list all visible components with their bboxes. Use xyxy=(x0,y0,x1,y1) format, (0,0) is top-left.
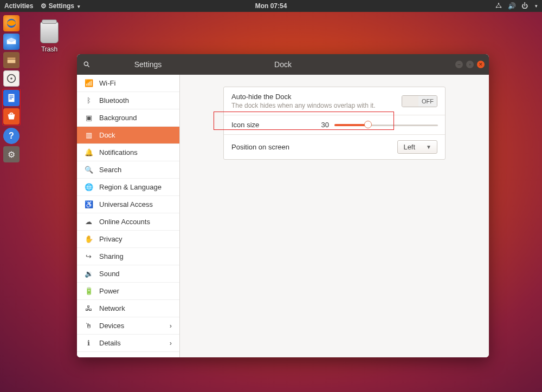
sidebar-item-privacy[interactable]: ✋Privacy xyxy=(77,231,179,248)
search-icon: 🔍 xyxy=(85,166,93,174)
sidebar-item-label: Dock xyxy=(99,131,115,139)
dock-settings-panel: Auto-hide the Dock The dock hides when a… xyxy=(223,87,446,160)
sidebar-item-background[interactable]: ▣Background xyxy=(77,109,179,127)
position-select[interactable]: Left ▼ xyxy=(397,140,437,154)
sidebar-item-sound[interactable]: 🔉Sound xyxy=(77,265,179,283)
wifi-icon: 📶 xyxy=(85,79,93,87)
caret-down-icon: ▾ xyxy=(78,4,80,9)
app-menu[interactable]: ⚙ Settings ▾ xyxy=(40,2,80,10)
sidebar-item-bluetooth[interactable]: ᛒBluetooth xyxy=(77,92,179,109)
globe-icon: 🌐 xyxy=(85,183,93,191)
sidebar-item-details[interactable]: ℹDetails› xyxy=(77,335,179,352)
title-center: Dock xyxy=(274,60,292,69)
sidebar-item-label: Devices xyxy=(99,322,124,330)
sidebar-item-universal-access[interactable]: ♿Universal Access xyxy=(77,196,179,213)
sidebar-item-label: Power xyxy=(99,287,119,295)
sidebar-item-devices[interactable]: 🖱Devices› xyxy=(77,317,179,335)
sidebar-item-region-language[interactable]: 🌐Region & Language xyxy=(77,179,179,196)
svg-line-13 xyxy=(88,66,89,67)
svg-rect-10 xyxy=(9,97,13,97)
sidebar-item-label: Notifications xyxy=(99,148,138,156)
maximize-button[interactable]: ▫ xyxy=(466,61,474,68)
caret-down-icon: ▼ xyxy=(426,144,431,150)
svg-point-0 xyxy=(498,3,499,4)
desktop-trash[interactable]: Trash xyxy=(40,22,59,53)
slider-fill xyxy=(334,124,367,126)
autohide-title: Auto-hide the Dock xyxy=(231,93,402,101)
sidebar-item-label: Region & Language xyxy=(99,183,162,191)
dock-icon: ▥ xyxy=(85,131,93,139)
dock-icon-rhythmbox[interactable] xyxy=(3,70,20,87)
icon-size-label: Icon size xyxy=(231,121,321,129)
sidebar-item-label: Network xyxy=(99,304,125,312)
position-value: Left xyxy=(403,143,415,151)
position-label: Position on screen xyxy=(231,143,397,151)
trash-icon xyxy=(40,22,59,43)
sidebar-item-label: Details xyxy=(99,339,121,347)
sidebar-item-wi-fi[interactable]: 📶Wi-Fi xyxy=(77,75,179,92)
bluetooth-icon: ᛒ xyxy=(85,96,93,104)
switch-label: OFF xyxy=(418,96,437,107)
trash-label: Trash xyxy=(40,45,59,53)
chevron-right-icon: › xyxy=(170,339,172,347)
dock-icon-help[interactable]: ? xyxy=(3,128,20,144)
autohide-row: Auto-hide the Dock The dock hides when a… xyxy=(224,87,445,115)
settings-icon: ⚙ xyxy=(41,2,47,10)
dock-icon-files[interactable] xyxy=(3,52,20,68)
bell-icon: 🔔 xyxy=(85,148,93,156)
sidebar-item-label: Privacy xyxy=(99,235,122,243)
sidebar-item-dock[interactable]: ▥Dock xyxy=(77,127,179,144)
sidebar-item-sharing[interactable]: ↪Sharing xyxy=(77,248,179,265)
title-left: Settings xyxy=(96,60,199,69)
network-icon[interactable] xyxy=(495,2,502,10)
position-row: Position on screen Left ▼ xyxy=(224,135,445,159)
autohide-desc: The dock hides when any windows overlap … xyxy=(231,102,402,109)
sidebar-item-label: Bluetooth xyxy=(99,96,129,104)
devices-icon: 🖱 xyxy=(85,322,93,330)
sidebar-item-network[interactable]: 🖧Network xyxy=(77,300,179,317)
system-menu-caret-icon[interactable]: ▾ xyxy=(535,3,538,9)
sidebar-item-label: Search xyxy=(99,166,121,174)
close-button[interactable]: ✕ xyxy=(477,61,485,68)
minimize-button[interactable]: – xyxy=(455,61,463,68)
sidebar-item-label: Wi-Fi xyxy=(99,79,115,87)
power-icon: 🔋 xyxy=(85,287,93,295)
dock-icon-settings[interactable]: ⚙ xyxy=(3,146,20,162)
sound-icon: 🔉 xyxy=(85,270,93,278)
background-icon: ▣ xyxy=(85,114,93,122)
sidebar-item-search[interactable]: 🔍Search xyxy=(77,161,179,179)
window-body: 📶Wi-FiᛒBluetooth▣Background▥Dock🔔Notific… xyxy=(77,75,489,357)
icon-size-slider[interactable] xyxy=(334,124,437,126)
settings-sidebar: 📶Wi-FiᛒBluetooth▣Background▥Dock🔔Notific… xyxy=(77,75,180,357)
sidebar-item-online-accounts[interactable]: ☁Online Accounts xyxy=(77,213,179,231)
svg-rect-4 xyxy=(8,57,16,59)
dock-highlight-annotation xyxy=(2,89,21,126)
access-icon: ♿ xyxy=(85,200,93,208)
svg-rect-11 xyxy=(9,99,12,99)
slider-thumb[interactable] xyxy=(364,121,372,128)
sidebar-item-label: Sharing xyxy=(99,252,124,260)
search-button[interactable] xyxy=(77,54,96,75)
clock[interactable]: Mon 07:54 xyxy=(255,2,287,10)
dock-icon-thunderbird[interactable] xyxy=(3,34,20,50)
app-menu-label: Settings xyxy=(49,2,74,10)
svg-point-12 xyxy=(84,62,88,66)
share-icon: ↪ xyxy=(85,252,93,260)
svg-rect-9 xyxy=(9,95,13,96)
network-icon: 🖧 xyxy=(85,304,93,312)
icon-size-value: 30 xyxy=(321,121,329,129)
autohide-switch[interactable]: OFF xyxy=(402,95,437,107)
titlebar[interactable]: Settings Dock – ▫ ✕ xyxy=(77,54,489,75)
dock-icon-firefox[interactable] xyxy=(3,15,20,31)
sidebar-item-label: Background xyxy=(99,114,137,122)
activities-button[interactable]: Activities xyxy=(4,2,33,10)
dock-icon-ubuntu-software[interactable] xyxy=(3,108,20,125)
sound-icon[interactable]: 🔊 xyxy=(508,2,516,10)
details-icon: ℹ xyxy=(85,339,93,347)
sidebar-item-power[interactable]: 🔋Power xyxy=(77,283,179,300)
sidebar-item-notifications[interactable]: 🔔Notifications xyxy=(77,144,179,161)
sidebar-item-label: Sound xyxy=(99,270,120,278)
hand-icon: ✋ xyxy=(85,235,93,243)
power-icon[interactable]: ⏻ xyxy=(521,2,528,10)
dock-icon-libreoffice-writer[interactable] xyxy=(3,90,20,106)
